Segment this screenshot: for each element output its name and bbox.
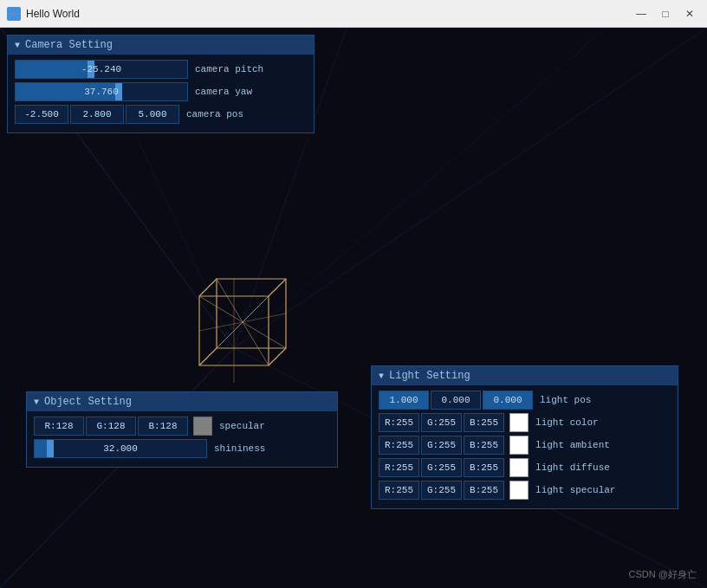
specular-color-swatch[interactable] <box>193 417 212 436</box>
specular-row: R:128 G:128 B:128 specular <box>34 417 330 436</box>
light-ambient-r[interactable]: R:255 <box>379 436 419 455</box>
object-panel-body: R:128 G:128 B:128 specular 32.000 shinin… <box>27 411 337 467</box>
light-diffuse-row: R:255 G:255 B:255 light diffuse <box>379 458 671 477</box>
light-diffuse-swatch[interactable] <box>509 458 529 477</box>
light-pos-row: 1.000 0.000 0.000 light pos <box>379 391 671 410</box>
light-pos-z[interactable]: 0.000 <box>483 391 533 410</box>
shininess-label: shininess <box>214 443 265 454</box>
light-specular-g[interactable]: G:255 <box>421 481 462 500</box>
object-collapse-arrow[interactable]: ▼ <box>34 397 39 407</box>
light-panel-body: 1.000 0.000 0.000 light pos R:255 G:255 … <box>372 385 678 508</box>
camera-pitch-slider[interactable]: -25.240 <box>15 60 188 79</box>
title-bar-controls: — □ ✕ <box>631 5 700 23</box>
camera-panel: ▼ Camera Setting -25.240 camera pitch 37… <box>7 35 315 133</box>
canvas-area: ▼ Camera Setting -25.240 camera pitch 37… <box>0 28 707 588</box>
light-collapse-arrow[interactable]: ▼ <box>379 372 384 381</box>
minimize-button[interactable]: — <box>631 5 652 23</box>
camera-panel-body: -25.240 camera pitch 37.760 camera yaw -… <box>8 55 314 132</box>
light-ambient-b[interactable]: B:255 <box>464 436 504 455</box>
light-pos-label: light pos <box>540 395 591 405</box>
light-color-row: R:255 G:255 B:255 light color <box>379 413 671 432</box>
light-color-g[interactable]: G:255 <box>421 413 462 432</box>
cube-svg <box>156 270 312 400</box>
light-specular-label: light specular <box>535 485 615 495</box>
light-diffuse-b[interactable]: B:255 <box>464 458 504 477</box>
light-diffuse-label: light diffuse <box>535 462 610 473</box>
object-panel: ▼ Object Setting R:128 G:128 B:128 specu… <box>26 391 338 468</box>
light-panel: ▼ Light Setting 1.000 0.000 0.000 light … <box>371 365 678 509</box>
camera-pos-x[interactable]: -2.500 <box>15 105 68 124</box>
app-icon <box>7 7 21 21</box>
light-color-swatch[interactable] <box>509 413 529 432</box>
window-title: Hello World <box>26 8 80 20</box>
camera-yaw-slider[interactable]: 37.760 <box>15 82 188 101</box>
title-bar: Hello World — □ ✕ <box>0 0 707 28</box>
camera-collapse-arrow[interactable]: ▼ <box>15 41 20 50</box>
light-diffuse-g[interactable]: G:255 <box>421 458 462 477</box>
light-ambient-swatch[interactable] <box>509 436 529 455</box>
shininess-row: 32.000 shininess <box>34 439 330 458</box>
camera-yaw-value: 37.760 <box>16 87 187 97</box>
camera-panel-title: Camera Setting <box>25 39 113 51</box>
camera-pitch-value: -25.240 <box>16 64 187 74</box>
camera-yaw-label: camera yaw <box>195 87 252 97</box>
camera-pos-z[interactable]: 5.000 <box>126 105 179 124</box>
light-color-b[interactable]: B:255 <box>464 413 504 432</box>
specular-r[interactable]: R:128 <box>34 417 84 436</box>
light-color-label: light color <box>535 417 599 428</box>
camera-pos-y[interactable]: 2.800 <box>70 105 124 124</box>
object-panel-header: ▼ Object Setting <box>27 392 337 411</box>
light-specular-b[interactable]: B:255 <box>464 481 504 500</box>
camera-pos-row: -2.500 2.800 5.000 camera pos <box>15 105 307 124</box>
svg-line-9 <box>199 279 217 296</box>
light-specular-r[interactable]: R:255 <box>379 481 419 500</box>
light-pos-x[interactable]: 1.000 <box>379 391 429 410</box>
light-diffuse-r[interactable]: R:255 <box>379 458 419 477</box>
light-color-r[interactable]: R:255 <box>379 413 419 432</box>
camera-pitch-row: -25.240 camera pitch <box>15 60 307 79</box>
camera-pitch-label: camera pitch <box>195 64 263 74</box>
specular-g[interactable]: G:128 <box>86 417 136 436</box>
watermark: CSDN @好身亡 <box>629 568 697 581</box>
specular-label: specular <box>219 421 265 431</box>
camera-yaw-row: 37.760 camera yaw <box>15 82 307 101</box>
wireframe-cube <box>156 270 312 400</box>
light-panel-header: ▼ Light Setting <box>372 366 678 385</box>
object-panel-title: Object Setting <box>44 396 132 408</box>
light-specular-row: R:255 G:255 B:255 light specular <box>379 481 671 500</box>
light-ambient-g[interactable]: G:255 <box>421 436 462 455</box>
light-ambient-row: R:255 G:255 B:255 light ambient <box>379 436 671 455</box>
svg-line-17 <box>199 313 286 331</box>
light-ambient-label: light ambient <box>535 440 610 450</box>
shininess-value: 32.000 <box>35 443 206 454</box>
light-pos-y[interactable]: 0.000 <box>431 391 481 410</box>
camera-pos-label: camera pos <box>186 109 243 120</box>
specular-b[interactable]: B:128 <box>138 417 188 436</box>
svg-line-11 <box>269 348 286 365</box>
close-button[interactable]: ✕ <box>679 5 700 23</box>
shininess-slider[interactable]: 32.000 <box>34 439 207 458</box>
light-specular-swatch[interactable] <box>509 481 529 500</box>
title-bar-left: Hello World <box>7 7 80 21</box>
camera-panel-header: ▼ Camera Setting <box>8 36 314 55</box>
light-panel-title: Light Setting <box>389 370 470 382</box>
maximize-button[interactable]: □ <box>655 5 676 23</box>
